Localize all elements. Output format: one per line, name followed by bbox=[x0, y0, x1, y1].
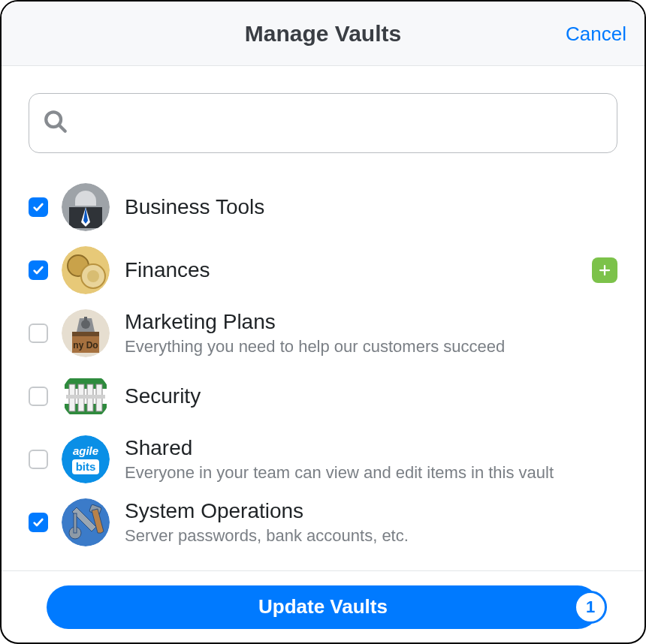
svg-text:ny Do: ny Do bbox=[73, 340, 98, 351]
svg-rect-23 bbox=[66, 395, 105, 399]
vault-text: System OperationsServer passwords, bank … bbox=[125, 498, 617, 546]
vault-checkbox[interactable] bbox=[29, 260, 48, 280]
update-vaults-label: Update Vaults bbox=[258, 595, 388, 618]
vault-row-business-tools[interactable]: Business Tools bbox=[29, 176, 617, 239]
coins-icon bbox=[62, 246, 110, 294]
svg-point-7 bbox=[87, 270, 99, 282]
vault-row-marketing-plans[interactable]: ny DoMarketing PlansEverything you need … bbox=[29, 302, 617, 365]
vault-name: Shared bbox=[125, 435, 617, 461]
vault-checkbox[interactable] bbox=[29, 513, 48, 532]
svg-rect-14 bbox=[84, 317, 87, 324]
dialog-title: Manage Vaults bbox=[245, 21, 401, 47]
dialog-footer: Update Vaults 1 bbox=[2, 570, 644, 642]
search-input[interactable] bbox=[79, 113, 603, 134]
vault-text: SharedEveryone in your team can view and… bbox=[125, 435, 617, 483]
vault-row-finances[interactable]: Finances bbox=[29, 239, 617, 302]
dialog-header: Manage Vaults Cancel bbox=[2, 2, 644, 66]
search-field[interactable] bbox=[29, 93, 617, 153]
vault-text: Security bbox=[125, 384, 617, 409]
vault-description: Everyone in your team can view and edit … bbox=[125, 462, 617, 483]
vault-checkbox[interactable] bbox=[29, 197, 48, 217]
vault-description: Everything you need to help our customer… bbox=[125, 336, 617, 357]
vault-text: Marketing PlansEverything you need to he… bbox=[125, 309, 617, 357]
svg-text:bits: bits bbox=[76, 460, 96, 473]
vault-name: System Operations bbox=[125, 498, 617, 524]
add-badge[interactable] bbox=[592, 257, 617, 283]
svg-text:agile: agile bbox=[73, 444, 98, 457]
vault-list: Business ToolsFinancesny DoMarketing Pla… bbox=[29, 176, 617, 554]
vault-name: Finances bbox=[125, 257, 583, 283]
vault-checkbox[interactable] bbox=[29, 387, 48, 406]
agilebits-icon: agilebits bbox=[62, 435, 110, 483]
dialog-body: Business ToolsFinancesny DoMarketing Pla… bbox=[2, 66, 644, 570]
svg-line-1 bbox=[59, 125, 65, 131]
tools-icon bbox=[62, 498, 110, 546]
update-vaults-button[interactable]: Update Vaults 1 bbox=[47, 585, 599, 629]
vault-name: Marketing Plans bbox=[125, 309, 617, 335]
vault-row-security[interactable]: Security bbox=[29, 365, 617, 428]
search-icon bbox=[43, 109, 68, 137]
vault-name: Security bbox=[125, 384, 617, 409]
vault-checkbox[interactable] bbox=[29, 450, 48, 469]
vault-checkbox[interactable] bbox=[29, 324, 48, 343]
vault-description: Server passwords, bank accounts, etc. bbox=[125, 525, 617, 546]
suit-icon bbox=[62, 183, 110, 231]
manage-vaults-dialog: Manage Vaults Cancel Business ToolsFinan… bbox=[0, 0, 646, 644]
cancel-button[interactable]: Cancel bbox=[566, 22, 626, 45]
fence-icon bbox=[62, 372, 110, 420]
vault-name: Business Tools bbox=[125, 194, 617, 220]
binder-icon: ny Do bbox=[62, 309, 110, 357]
vault-row-shared[interactable]: agilebitsSharedEveryone in your team can… bbox=[29, 428, 617, 491]
vault-text: Business Tools bbox=[125, 194, 617, 220]
pending-count-badge: 1 bbox=[574, 591, 607, 624]
svg-rect-31 bbox=[74, 513, 77, 533]
vault-row-system-operations[interactable]: System OperationsServer passwords, bank … bbox=[29, 491, 617, 554]
vault-text: Finances bbox=[125, 257, 583, 283]
svg-rect-12 bbox=[72, 332, 99, 336]
